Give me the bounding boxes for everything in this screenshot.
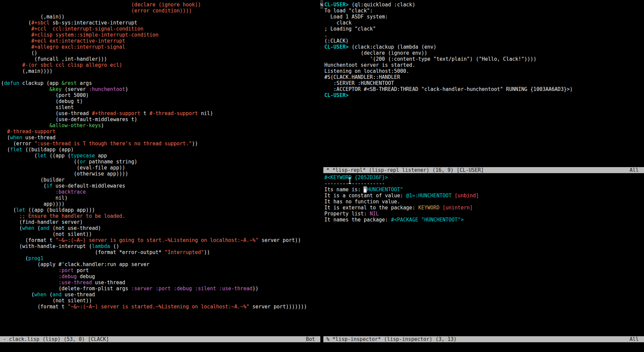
inspector-line: Its name is: "HUNCHENTOOT": [324, 187, 644, 193]
code-line: ((or pathname string): [1, 159, 320, 165]
code-line: app)))): [1, 201, 320, 207]
code-line: (eval-file app)): [1, 165, 320, 171]
code-line: :backtrace: [1, 189, 320, 195]
code-line: (error ":use-thread is T though there's …: [1, 141, 320, 147]
repl-line: CL-USER> (clack:clackup (lambda (env): [324, 44, 644, 50]
inspector-line: It names the package: #<PACKAGE "HUNCHEN…: [324, 217, 644, 223]
inspector-line: It is a constant of value: @1=:HUNCHENTO…: [324, 193, 644, 199]
code-line: (with-handle-interrupt (lambda (): [1, 243, 320, 249]
lisp-repl-pane[interactable]: CL-USER> (ql:quickload :clack)To load "c…: [323, 0, 644, 158]
code-line: (when (and (not use-thread): [1, 225, 320, 231]
inspector-scroll-indicator: All: [630, 336, 639, 342]
lisp-inspector-pane[interactable]: #<KEYWORD {2052D36F}>-------------------…: [323, 173, 644, 336]
code-line: :port port: [1, 267, 320, 273]
repl-line: '(200 (:content-type "text/plain") ("Hel…: [324, 56, 644, 62]
repl-line: To load "clack":: [324, 8, 644, 14]
code-line: (#+sbcl sb-sys:interactive-interrupt: [1, 20, 320, 26]
code-line: &allow-other-keys): [1, 122, 320, 129]
mouse-ibeam-cursor: [348, 178, 352, 184]
inspector-line: #<KEYWORD {2052D36F}>: [324, 174, 644, 181]
code-line: (delete-from-plist args :server :port :d…: [1, 286, 320, 292]
code-line: (format t "~&~:(~A~) server is going to …: [1, 237, 320, 243]
code-line: (not silent)): [1, 298, 320, 304]
editor-modeline: - clack.lisp (lisp) (53, 0) [CLACK] Bot: [0, 336, 320, 342]
repl-line: Hunchentoot server is started.: [324, 62, 644, 68]
code-line: (not silent)): [1, 231, 320, 237]
code-line: (let ((app (typecase app: [1, 153, 320, 159]
code-line: silent: [1, 104, 320, 110]
pane-divider: [320, 9, 323, 352]
code-line: [1, 74, 320, 80]
code-line: (let ((app (buildapp app))): [1, 207, 320, 213]
code-line: (when (and use-thread: [1, 292, 320, 298]
code-line: (when use-thread: [1, 135, 320, 141]
code-line: (prog1: [1, 255, 320, 261]
repl-modeline: * *lisp-repl* (lisp-repl listener) (16, …: [323, 167, 644, 173]
code-line: (): [1, 50, 320, 56]
code-line: &key (server :hunchentoot): [1, 86, 320, 92]
code-line: (format *error-output* "Interrupted")): [1, 249, 320, 255]
inspector-line: --------------------: [324, 181, 644, 187]
code-line: :use-thread use-thread: [1, 280, 320, 286]
code-line: #+ccl ccl:interrupt-signal-condition: [1, 26, 320, 32]
repl-line: Load 1 ASDF system:: [324, 14, 644, 20]
repl-line: Listening on localhost:5000.: [324, 68, 644, 74]
inspector-line: Property list: NIL: [324, 211, 644, 217]
echo-area: [0, 342, 644, 352]
code-line: #-(or sbcl ccl clisp allegro ecl): [1, 62, 320, 68]
code-line: (apply #'clack.handler:run app server: [1, 261, 320, 267]
code-line: (declare (ignore hook)): [1, 2, 320, 8]
code-line: (format t "~&~:(~A~) server is started.~…: [1, 304, 320, 310]
code-line: (defun clackup (app &rest args: [1, 80, 320, 86]
repl-line: clack: [324, 20, 644, 26]
inspector-line: It is external to the package: KEYWORD […: [324, 205, 644, 211]
repl-line: :SERVER :HUNCHENTOOT: [324, 80, 644, 86]
repl-line: (declare (ignore env)): [324, 50, 644, 56]
repl-line: (:CLACK): [324, 38, 644, 44]
code-line: nil): [1, 195, 320, 201]
code-line: (builder: [1, 177, 320, 183]
code-line: (debug t): [1, 98, 320, 104]
code-line: #+clisp system::simple-interrupt-conditi…: [1, 32, 320, 38]
repl-line: CL-USER>: [324, 92, 644, 98]
inspector-modeline-info: % *lisp-inspector* (lisp-inspector) (3, …: [323, 336, 457, 342]
repl-scroll-indicator: All: [630, 167, 639, 173]
editor-scroll-indicator: Bot: [306, 336, 315, 342]
code-line: (use-default-middlewares t): [1, 116, 320, 122]
code-line: #+ecl ext:interactive-interrupt: [1, 38, 320, 44]
inspector-line: It has no function value.: [324, 199, 644, 205]
code-line: :debug debug: [1, 273, 320, 280]
repl-line: :ACCEPTOR #<SB-THREAD:THREAD "clack-hand…: [324, 86, 644, 92]
inspector-modeline: % *lisp-inspector* (lisp-inspector) (3, …: [323, 336, 644, 342]
repl-line: ; Loading "clack": [324, 26, 644, 32]
code-line: (error condition)))): [1, 8, 320, 14]
code-line: (find-handler server): [1, 219, 320, 225]
code-line: ;; Ensure the handler to be loaded.: [1, 213, 320, 219]
terminal-window: user@debian: ~/common-lisp/lem − □ × (de…: [0, 0, 644, 352]
code-line: (funcall ,int-handler))): [1, 56, 320, 62]
source-editor-pane[interactable]: (declare (ignore hook)) (error condition…: [0, 0, 320, 327]
repl-modeline-info: * *lisp-repl* (lisp-repl listener) (16, …: [323, 167, 484, 173]
code-line: #-thread-support: [1, 129, 320, 135]
code-line: (,main)))): [1, 68, 320, 74]
code-line: (use-thread #+thread-support t #-thread-…: [1, 110, 320, 116]
repl-line: CL-USER> (ql:quickload :clack): [324, 2, 644, 8]
code-line: (port 5000): [1, 92, 320, 98]
repl-line: #S(CLACK.HANDLER::HANDLER: [324, 74, 644, 80]
editor-modeline-info: - clack.lisp (lisp) (53, 0) [CLACK]: [0, 336, 109, 342]
code-line: (if use-default-middlewares: [1, 183, 320, 189]
code-line: #+allegro excl:interrupt-signal: [1, 44, 320, 50]
code-line: (flet ((buildapp (app): [1, 147, 320, 153]
code-line: (,main)): [1, 14, 320, 20]
repl-line: .: [324, 32, 644, 38]
code-line: (otherwise app)))): [1, 171, 320, 177]
